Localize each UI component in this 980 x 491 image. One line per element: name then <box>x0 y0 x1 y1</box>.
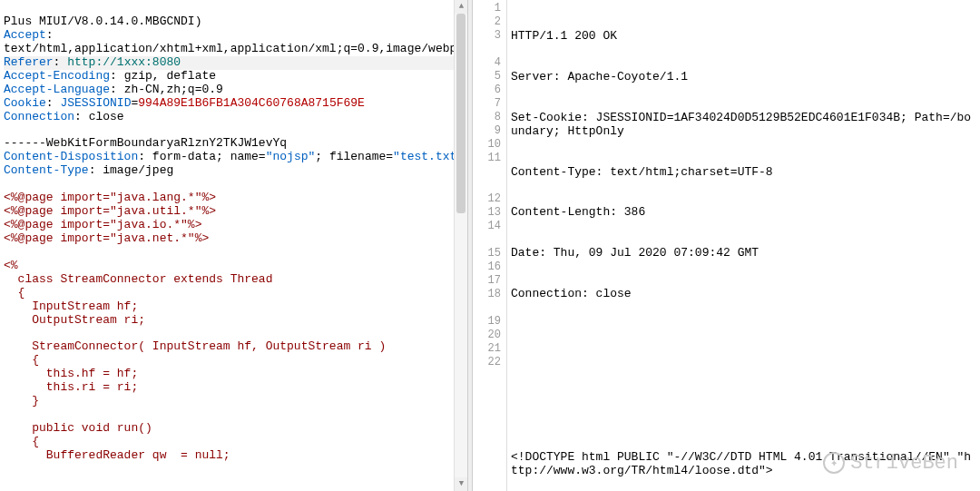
response-line: HTTP/1.1 200 OK <box>511 29 976 43</box>
response-line: <!DOCTYPE html PUBLIC "-//W3C//DTD HTML … <box>511 450 976 477</box>
response-line <box>511 328 976 341</box>
response-line: Server: Apache-Coyote/1.1 <box>511 70 976 83</box>
response-line: Connection: close <box>511 287 976 300</box>
scroll-down-arrow[interactable]: ▼ <box>455 477 467 491</box>
response-pane: 123.4567891011..121314.15161718.19202122… <box>473 0 980 491</box>
response-line <box>511 368 976 382</box>
response-line: Content-Length: 386 <box>511 205 976 219</box>
response-text[interactable]: HTTP/1.1 200 OK Server: Apache-Coyote/1.… <box>507 0 980 491</box>
scrollbar-track[interactable] <box>455 14 467 477</box>
line-number-gutter: 123.4567891011..121314.15161718.19202122 <box>473 0 507 491</box>
request-pane: Plus MIUI/V8.0.14.0.MBGCNDI) Accept: tex… <box>0 0 467 491</box>
request-text[interactable]: Plus MIUI/V8.0.14.0.MBGCNDI) Accept: tex… <box>0 0 467 491</box>
response-line <box>511 409 976 423</box>
response-line: Date: Thu, 09 Jul 2020 07:09:42 GMT <box>511 246 976 260</box>
left-scrollbar[interactable]: ▲ ▼ <box>454 0 467 491</box>
response-line: Content-Type: text/html;charset=UTF-8 <box>511 165 976 179</box>
scroll-up-arrow[interactable]: ▲ <box>455 0 467 14</box>
split-view: Plus MIUI/V8.0.14.0.MBGCNDI) Accept: tex… <box>0 0 980 491</box>
response-line: Set-Cookie: JSESSIONID=1AF34024D0D5129B5… <box>511 111 976 138</box>
scrollbar-thumb[interactable] <box>456 14 466 213</box>
